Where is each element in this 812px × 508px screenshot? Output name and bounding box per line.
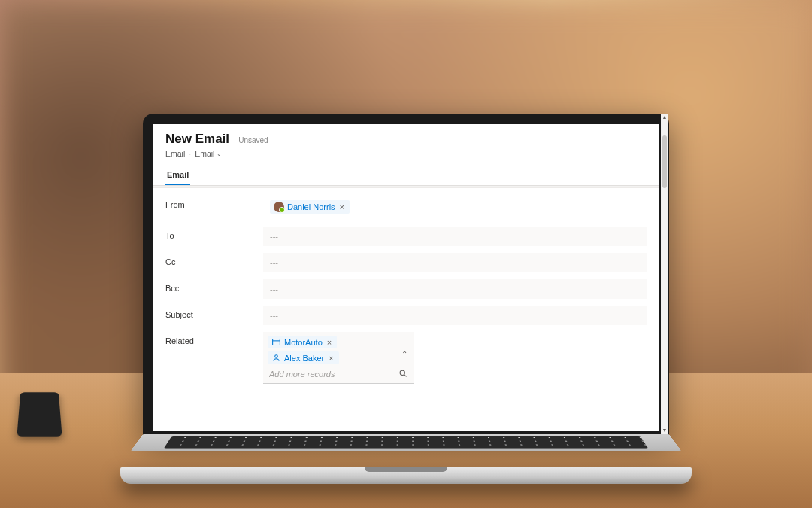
laptop: New Email - Unsaved Email · Email ⌄ Emai…	[120, 114, 692, 484]
from-name[interactable]: Daniel Norris	[287, 202, 335, 211]
related-chip-contact[interactable]: Alex Baker ×	[268, 351, 339, 364]
tab-email[interactable]: Email	[165, 166, 190, 185]
form-header: New Email - Unsaved Email · Email ⌄	[153, 124, 659, 158]
remove-from-chip[interactable]: ×	[338, 202, 346, 211]
chevron-down-icon: ⌄	[217, 151, 222, 157]
email-form: From Daniel Norris × To ---	[153, 188, 659, 403]
label-to: To	[165, 227, 263, 240]
form-selector[interactable]: Email ⌄	[195, 149, 222, 158]
svg-point-1	[275, 355, 278, 358]
label-related: Related	[165, 332, 263, 345]
row-cc: Cc ---	[165, 253, 647, 272]
breadcrumb-separator: ·	[189, 149, 191, 158]
account-icon	[271, 337, 281, 347]
row-bcc: Bcc ---	[165, 279, 647, 299]
row-related: Related MotorAuto × Alex Baker ×	[165, 332, 647, 384]
laptop-keyboard	[131, 434, 681, 451]
breadcrumb-form: Email	[195, 149, 214, 158]
label-cc: Cc	[165, 253, 263, 266]
bcc-field[interactable]: ---	[263, 279, 647, 299]
remove-related-0[interactable]: ×	[326, 338, 333, 347]
save-status: - Unsaved	[234, 136, 268, 144]
label-bcc: Bcc	[165, 279, 263, 293]
contact-icon	[271, 353, 281, 363]
laptop-base	[120, 467, 692, 484]
app-screen: New Email - Unsaved Email · Email ⌄ Emai…	[153, 124, 659, 431]
related-lookup[interactable]: MotorAuto × Alex Baker × ⌃	[263, 332, 414, 384]
to-field[interactable]: ---	[263, 227, 647, 246]
cc-field[interactable]: ---	[263, 253, 647, 272]
svg-point-2	[400, 370, 404, 375]
remove-related-1[interactable]: ×	[327, 354, 335, 363]
related-lookup-input[interactable]	[269, 370, 394, 379]
row-from: From Daniel Norris ×	[165, 196, 647, 220]
screen-bezel: New Email - Unsaved Email · Email ⌄ Emai…	[143, 114, 669, 437]
phone-prop	[17, 392, 62, 436]
chevron-up-icon[interactable]: ⌃	[401, 350, 408, 358]
related-chip-account[interactable]: MotorAuto ×	[268, 336, 337, 348]
breadcrumb: Email · Email ⌄	[165, 149, 647, 158]
subject-field[interactable]: ---	[263, 306, 647, 325]
tab-bar: Email	[153, 166, 659, 186]
page-title: New Email	[165, 132, 229, 147]
label-subject: Subject	[165, 306, 263, 319]
related-chip-name-1: Alex Baker	[284, 354, 324, 363]
row-to: To ---	[165, 227, 647, 246]
from-field[interactable]: Daniel Norris ×	[263, 196, 647, 220]
breadcrumb-entity[interactable]: Email	[165, 149, 185, 158]
svg-rect-0	[273, 339, 280, 345]
avatar-icon	[274, 202, 284, 212]
from-chip[interactable]: Daniel Norris ×	[270, 200, 350, 214]
svg-line-3	[404, 375, 407, 377]
search-icon[interactable]	[398, 369, 408, 379]
row-subject: Subject ---	[165, 306, 647, 325]
keys	[164, 436, 648, 449]
related-chip-name-0: MotorAuto	[284, 338, 323, 347]
label-from: From	[165, 196, 263, 209]
